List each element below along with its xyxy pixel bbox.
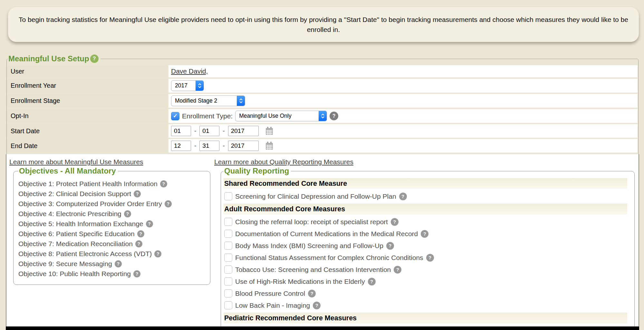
help-icon[interactable]: ? [394, 266, 401, 274]
objective-item: Objective 10: Public Health Reporting? [18, 269, 207, 279]
measure-label: Use of High-Risk Medications in the Elde… [235, 278, 365, 285]
measures-content-box: Learn more about Meaningful Use Measures… [6, 154, 639, 330]
qr-section-header: Pediatric Recommended Core Measures [224, 313, 627, 324]
enrollment-type-selected: Meaningful Use Only [235, 111, 319, 121]
measure-checkbox[interactable] [224, 254, 232, 262]
setup-table: User Dave David, Enrollment Year 2017 En… [7, 65, 638, 153]
help-icon[interactable]: ? [133, 270, 140, 277]
help-icon[interactable]: ? [313, 302, 321, 309]
measure-label: Screening for Clinical Depression and Fo… [235, 193, 396, 200]
end-date-day-input[interactable] [199, 141, 219, 151]
measure-checkbox[interactable] [224, 301, 232, 309]
instruction-banner-text: To begin tracking statistics for Meaning… [17, 15, 630, 35]
objectives-column: Learn more about Meaningful Use Measures… [9, 157, 214, 285]
user-row-value: Dave David, [168, 65, 638, 77]
learn-more-mu-link[interactable]: Learn more about Meaningful Use Measures [9, 158, 143, 166]
measure-label: Blood Pressure Control [235, 290, 305, 297]
end-date-month-input[interactable] [171, 141, 191, 151]
enrollment-type-help-icon[interactable]: ? [330, 112, 338, 120]
measure-label: Closing the referral loop: receipt of sp… [235, 218, 388, 226]
objective-item-label: Objective 9: Secure Messaging [18, 260, 112, 268]
start-date-calendar-icon[interactable] [265, 126, 274, 135]
quality-reporting-column: Learn more about Quality Reporting Measu… [214, 157, 639, 330]
help-icon[interactable]: ? [134, 190, 141, 197]
help-icon[interactable]: ? [146, 220, 153, 227]
enrollment-type-select[interactable]: Meaningful Use Only [235, 111, 327, 121]
meaningful-use-setup-legend: Meaningful Use Setup? [8, 54, 101, 63]
measure-checkbox[interactable] [224, 218, 232, 226]
start-date-day-input[interactable] [199, 126, 219, 136]
objective-item-label: Objective 8: Patient Electronic Access (… [18, 250, 152, 258]
measure-label: Documentation of Current Medications in … [235, 230, 418, 238]
help-icon[interactable]: ? [368, 278, 376, 285]
date-separator: - [194, 127, 196, 135]
help-icon[interactable]: ? [308, 290, 316, 297]
date-separator: - [223, 142, 225, 149]
opt-in-checkbox[interactable]: ✓ [171, 112, 179, 120]
help-icon[interactable]: ? [399, 193, 407, 200]
meaningful-use-setup-fieldset: Meaningful Use Setup? User Dave David, E… [6, 54, 639, 155]
measure-checkbox[interactable] [224, 230, 232, 238]
measure-checkbox[interactable] [224, 242, 232, 250]
help-icon[interactable]: ? [386, 242, 394, 250]
setup-help-icon[interactable]: ? [90, 55, 99, 63]
help-icon[interactable]: ? [115, 260, 122, 267]
enrollment-stage-value: Modified Stage 2 [168, 94, 638, 108]
help-icon[interactable]: ? [124, 210, 131, 217]
measure-checkbox[interactable] [224, 277, 232, 285]
end-date-label: End Date [7, 139, 167, 153]
enrollment-stage-selected: Modified Stage 2 [171, 96, 237, 106]
quality-reporting-legend: Quality Reporting [224, 166, 291, 175]
qr-measure-item: Blood Pressure Control? [224, 287, 634, 299]
objective-item-label: Objective 2: Clinical Decision Support [18, 190, 131, 198]
help-icon[interactable]: ? [421, 230, 428, 238]
start-date-label: Start Date [7, 124, 167, 138]
qr-measure-item: Tobacco Use: Screening and Cessation Int… [224, 264, 634, 275]
qr-section-header: Shared Recommended Core Measure [224, 178, 627, 189]
objective-item: Objective 1: Protect Patient Health Info… [18, 179, 207, 189]
help-icon[interactable]: ? [426, 254, 434, 262]
measure-checkbox[interactable] [224, 265, 232, 274]
objective-item-label: Objective 7: Medication Reconciliation [18, 240, 133, 248]
help-icon[interactable]: ? [154, 250, 161, 257]
objective-item: Objective 6: Patient Specific Education? [18, 229, 207, 239]
quality-reporting-list: Shared Recommended Core MeasureScreening… [224, 178, 634, 330]
help-icon[interactable]: ? [137, 230, 144, 237]
objective-item-label: Objective 5: Health Information Exchange [18, 220, 143, 228]
enrollment-year-select[interactable]: 2017 [171, 80, 204, 91]
help-icon[interactable]: ? [165, 200, 172, 207]
help-icon[interactable]: ? [391, 218, 399, 226]
measure-label: Body Mass Index (BMI) Screening and Foll… [235, 242, 383, 250]
end-date-calendar-icon[interactable] [265, 141, 274, 150]
end-date-year-input[interactable] [228, 141, 259, 151]
select-stepper-icon [196, 80, 204, 91]
measure-checkbox[interactable] [224, 289, 232, 297]
enrollment-stage-select[interactable]: Modified Stage 2 [171, 95, 245, 106]
user-link[interactable]: Dave David, [171, 67, 208, 75]
opt-in-label: Opt-In [7, 109, 167, 123]
measure-checkbox[interactable] [224, 192, 232, 200]
objective-item: Objective 7: Medication Reconciliation? [18, 239, 207, 249]
objectives-list: Objective 1: Protect Patient Health Info… [18, 179, 207, 279]
select-stepper-icon [237, 95, 245, 106]
help-icon[interactable]: ? [135, 240, 142, 247]
start-date-year-input[interactable] [228, 126, 259, 136]
objective-item: Objective 8: Patient Electronic Access (… [18, 249, 207, 259]
opt-in-value: ✓ Enrollment Type: Meaningful Use Only ? [168, 109, 638, 123]
objective-item: Objective 9: Secure Messaging? [18, 259, 207, 269]
objective-item-label: Objective 1: Protect Patient Health Info… [18, 180, 158, 188]
enrollment-stage-label: Enrollment Stage [7, 94, 167, 108]
start-date-month-input[interactable] [171, 126, 191, 136]
qr-measure-item: Screening for Clinical Depression and Fo… [224, 190, 634, 202]
date-separator: - [223, 127, 225, 135]
meaningful-use-setup-title: Meaningful Use Setup [8, 54, 89, 63]
measure-label: Tobacco Use: Screening and Cessation Int… [235, 266, 391, 274]
help-icon[interactable]: ? [160, 180, 167, 187]
qr-measure-item: Functional Status Assessment for Complex… [224, 252, 634, 264]
window-bottom-edge [6, 326, 639, 330]
user-row-label: User [7, 65, 167, 77]
qr-measure-item: Use of High-Risk Medications in the Elde… [224, 275, 634, 287]
measure-label: Functional Status Assessment for Complex… [235, 254, 423, 262]
objective-item-label: Objective 10: Public Health Reporting [18, 270, 131, 278]
learn-more-qr-link[interactable]: Learn more about Quality Reporting Measu… [214, 158, 353, 166]
